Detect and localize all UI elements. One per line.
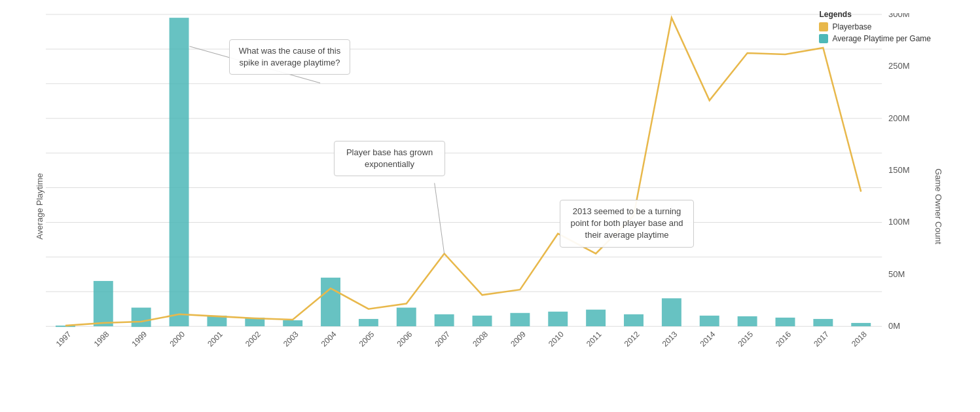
legend-label-playtime: Average Playtime per Game (832, 34, 931, 43)
legend-item-playtime: Average Playtime per Game (819, 34, 931, 43)
svg-rect-39 (510, 313, 530, 326)
svg-rect-48 (851, 323, 871, 326)
svg-text:2009: 2009 (509, 329, 528, 348)
y-axis-right-label: Game Owner Count (934, 168, 944, 244)
svg-text:150M: 150M (888, 165, 909, 175)
svg-text:2004: 2004 (319, 329, 338, 348)
x-axis-labels: 1997 1998 1999 2000 2001 2002 2003 2004 … (54, 329, 869, 348)
svg-rect-44 (700, 316, 719, 326)
svg-rect-36 (397, 308, 416, 326)
svg-text:2018: 2018 (850, 329, 869, 348)
svg-text:1999: 1999 (130, 329, 149, 348)
svg-text:2011: 2011 (585, 329, 604, 348)
svg-rect-35 (359, 319, 378, 326)
svg-rect-42 (624, 314, 644, 326)
svg-rect-46 (776, 318, 795, 326)
svg-rect-28 (94, 281, 113, 326)
svg-text:0M: 0M (888, 321, 900, 331)
svg-rect-34 (321, 278, 340, 326)
svg-rect-37 (435, 314, 454, 326)
svg-rect-47 (813, 319, 833, 326)
annotation-line-growth (435, 183, 445, 253)
svg-text:2014: 2014 (699, 329, 717, 348)
svg-rect-43 (662, 298, 681, 326)
annotation-2013: 2013 seemed to be a turning point for bo… (560, 200, 694, 248)
legend-color-playtime (819, 34, 828, 43)
svg-text:50M: 50M (888, 269, 905, 279)
svg-rect-41 (586, 310, 606, 326)
chart-container: Average Playtime Game Owner Count Legend… (0, 0, 980, 412)
svg-text:2015: 2015 (736, 329, 755, 348)
svg-text:2006: 2006 (395, 329, 414, 348)
svg-text:2017: 2017 (812, 329, 831, 348)
y-axis-right-ticks: 0M 50M 100M 150M 200M 250M 300M (888, 13, 909, 331)
svg-text:2005: 2005 (357, 329, 376, 348)
svg-text:2003: 2003 (281, 329, 300, 348)
svg-text:2007: 2007 (433, 329, 452, 348)
svg-text:2008: 2008 (471, 329, 490, 348)
annotation-growth: Player base has grown exponentially (334, 141, 445, 176)
svg-text:2002: 2002 (244, 329, 263, 348)
annotation-spike: What was the cause of this spike in aver… (229, 39, 350, 75)
svg-text:100M: 100M (888, 217, 909, 227)
svg-rect-30 (170, 18, 189, 326)
svg-text:1997: 1997 (54, 329, 73, 348)
svg-rect-45 (738, 316, 757, 326)
y-axis-left-label: Average Playtime (35, 173, 45, 240)
legend: Legends Playerbase Average Playtime per … (819, 10, 931, 46)
legend-item-playerbase: Playerbase (819, 22, 931, 31)
svg-rect-40 (548, 312, 568, 326)
svg-text:2013: 2013 (661, 329, 680, 348)
svg-rect-38 (473, 316, 492, 326)
legend-title: Legends (819, 10, 931, 19)
svg-text:250M: 250M (888, 61, 909, 71)
svg-text:2012: 2012 (623, 329, 642, 348)
chart-svg: 0K 1K 2K 3K 4K 5K 6K 7K 8K 9K 0M 50M 100… (46, 13, 928, 360)
svg-text:2010: 2010 (547, 329, 566, 348)
svg-text:200M: 200M (888, 113, 909, 123)
legend-color-playerbase (819, 22, 828, 31)
legend-label-playerbase: Playerbase (832, 22, 871, 31)
svg-text:2001: 2001 (206, 329, 225, 348)
svg-text:1998: 1998 (92, 329, 111, 348)
svg-text:2000: 2000 (168, 329, 187, 348)
bars (56, 18, 871, 327)
svg-rect-29 (132, 308, 151, 328)
svg-text:2016: 2016 (774, 329, 793, 348)
svg-rect-33 (283, 320, 302, 326)
